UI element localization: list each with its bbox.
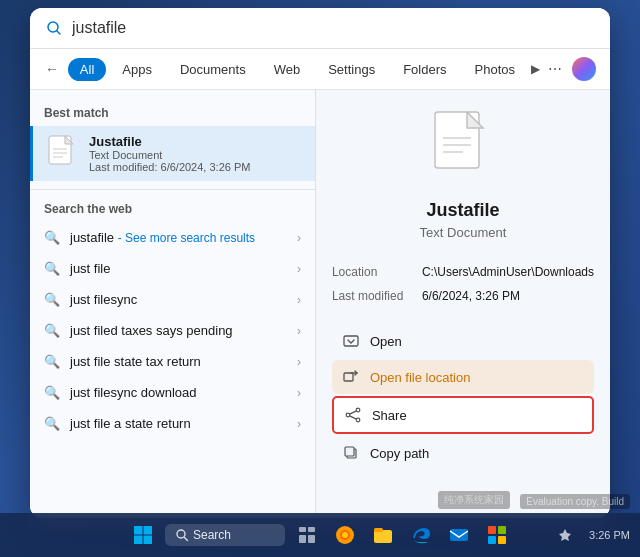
svg-rect-19 [345,447,354,456]
copy-path-icon [342,444,360,462]
svg-rect-28 [299,535,306,543]
chevron-right-icon-4: › [297,324,301,338]
main-content: Best match Justafile [30,90,610,514]
search-result-icon-2: 🔍 [44,261,60,276]
copy-path-action[interactable]: Copy path [332,436,594,470]
location-value: C:\Users\AdminUser\Downloads [422,265,594,279]
open-label: Open [370,334,402,349]
system-tray[interactable] [549,519,581,551]
taskbar-search-button[interactable]: Search [165,524,285,546]
chevron-right-icon-6: › [297,386,301,400]
tab-documents[interactable]: Documents [168,58,258,81]
search-result-taxes[interactable]: 🔍 just filed taxes says pending › [30,315,315,346]
tab-more-controls: ▶ ⋯ [531,57,596,81]
brand-watermark: 纯净系统家园 [438,491,510,509]
search-window: ← All Apps Documents Web Settings Folder… [30,8,610,518]
file-icon-large [431,110,495,190]
search-result-text-6: just filesync download [70,385,287,400]
svg-line-17 [350,416,357,419]
search-result-icon-7: 🔍 [44,416,60,431]
file-explorer-icon[interactable] [367,519,399,551]
open-action[interactable]: Open [332,324,594,358]
search-result-filesync[interactable]: 🔍 just filesync › [30,284,315,315]
action-list: Open Open file location [332,324,594,470]
best-match-name: Justafile [89,134,250,149]
svg-line-25 [185,538,188,541]
tab-photos[interactable]: Photos [463,58,527,81]
browser-icon[interactable] [329,519,361,551]
divider-1 [30,189,315,190]
mail-icon[interactable] [443,519,475,551]
tab-all[interactable]: All [68,58,106,81]
filter-tabs: ← All Apps Documents Web Settings Folder… [30,49,610,90]
edge-browser-icon[interactable] [405,519,437,551]
svg-point-24 [177,530,185,538]
best-match-info: Justafile Text Document Last modified: 6… [89,134,250,173]
svg-point-32 [342,532,348,538]
more-options-button[interactable]: ⋯ [548,61,564,77]
svg-line-16 [350,411,357,414]
search-result-justafile[interactable]: 🔍 justafile - See more search results › [30,222,315,253]
tab-apps[interactable]: Apps [110,58,164,81]
best-match-label: Best match [30,102,315,126]
play-button[interactable]: ▶ [531,62,540,76]
svg-rect-23 [144,536,153,545]
search-bar [30,8,610,49]
search-result-icon-5: 🔍 [44,354,60,369]
windows-start-button[interactable] [127,519,159,551]
best-match-item[interactable]: Justafile Text Document Last modified: 6… [30,126,315,181]
search-result-icon-4: 🔍 [44,323,60,338]
svg-point-13 [356,408,360,412]
modified-label: Last modified [332,289,422,303]
back-button[interactable]: ← [44,55,60,83]
tab-settings[interactable]: Settings [316,58,387,81]
open-icon [342,332,360,350]
search-result-justfile[interactable]: 🔍 just file › [30,253,315,284]
svg-rect-34 [374,528,383,532]
modified-row: Last modified 6/6/2024, 3:26 PM [332,284,594,308]
share-icon [344,406,362,424]
search-result-filesync-dl[interactable]: 🔍 just filesync download › [30,377,315,408]
svg-rect-36 [488,526,496,534]
chevron-right-icon: › [297,231,301,245]
svg-rect-20 [134,526,143,535]
file-type-large: Text Document [420,225,507,240]
search-result-state-tax[interactable]: 🔍 just file state tax return › [30,346,315,377]
bing-logo [572,57,596,81]
search-result-text-4: just filed taxes says pending [70,323,287,338]
taskbar: Search [0,513,640,557]
svg-rect-11 [344,373,353,381]
search-icon [44,18,64,38]
svg-rect-27 [308,527,315,532]
share-action[interactable]: Share [332,396,594,434]
taskbar-search-label: Search [193,528,231,542]
store-icon[interactable] [481,519,513,551]
chevron-right-icon-2: › [297,262,301,276]
best-match-type: Text Document [89,149,250,161]
search-result-icon: 🔍 [44,230,60,245]
tab-folders[interactable]: Folders [391,58,458,81]
svg-rect-21 [144,526,153,535]
svg-rect-26 [299,527,306,532]
tab-web[interactable]: Web [262,58,313,81]
search-result-icon-6: 🔍 [44,385,60,400]
right-panel: Justafile Text Document Location C:\User… [316,90,610,514]
web-search-label: Search the web [30,198,315,222]
open-location-label: Open file location [370,370,470,385]
search-result-state-return[interactable]: 🔍 just file a state return › [30,408,315,439]
svg-rect-37 [498,526,506,534]
left-panel: Best match Justafile [30,90,316,514]
file-icon-small [47,135,79,173]
modified-value: 6/6/2024, 3:26 PM [422,289,520,303]
task-view-button[interactable] [291,519,323,551]
search-result-text-7: just file a state return [70,416,287,431]
search-result-text: justafile - See more search results [70,230,287,245]
svg-point-15 [346,413,350,417]
location-row: Location C:\Users\AdminUser\Downloads [332,260,594,284]
file-details: Location C:\Users\AdminUser\Downloads La… [332,260,594,308]
svg-rect-39 [498,536,506,544]
evaluation-watermark: Evaluation copy. Build [520,494,630,509]
search-input[interactable] [72,19,596,37]
file-name-large: Justafile [426,200,499,221]
open-location-action[interactable]: Open file location [332,360,594,394]
